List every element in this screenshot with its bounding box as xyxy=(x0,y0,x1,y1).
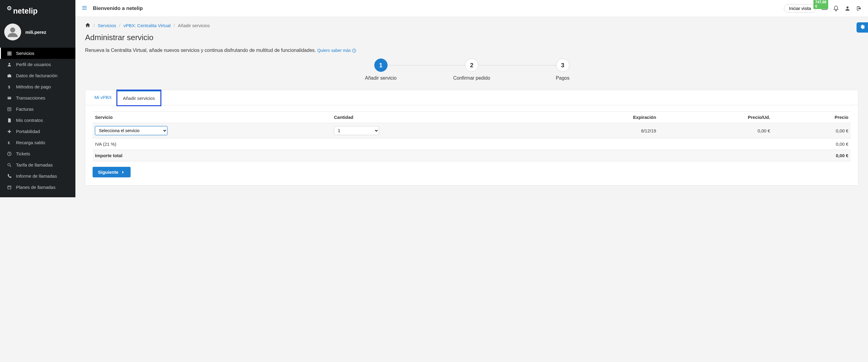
svg-point-27 xyxy=(8,163,10,165)
svg-point-1 xyxy=(9,7,10,9)
sidebar-item-label: Métodos de pago xyxy=(16,84,51,89)
page-title: Administrar servicio xyxy=(85,33,858,42)
notifications-icon[interactable] xyxy=(833,5,839,11)
euro-icon: € xyxy=(6,140,12,145)
svg-line-28 xyxy=(10,165,11,167)
tab-anadir-servicios[interactable]: Añadir servicios xyxy=(117,90,161,105)
sidebar-item-planes[interactable]: Planes de llamadas xyxy=(0,182,75,193)
total-label: Importe total xyxy=(93,150,773,161)
svg-rect-9 xyxy=(10,53,11,54)
floating-settings-button[interactable] xyxy=(857,22,868,33)
step-label: Confirmar pedido xyxy=(453,76,490,81)
iva-label: IVA (21 %) xyxy=(93,139,773,150)
sidebar-item-portabilidad[interactable]: Portabilidad xyxy=(0,126,75,137)
svg-text:?: ? xyxy=(353,50,355,52)
step-2: 2 Confirmar pedido xyxy=(427,59,517,81)
dollar-icon: $ xyxy=(6,85,12,89)
username: mili.perez xyxy=(25,30,46,35)
page-intro: Renueva la Centralita Virtual, añade nue… xyxy=(85,48,858,53)
card-icon xyxy=(6,96,12,100)
balance-badge: 747,68 € xyxy=(813,0,828,9)
svg-point-13 xyxy=(8,63,10,64)
help-icon: ? xyxy=(6,151,12,156)
svg-rect-11 xyxy=(9,54,10,55)
th-servicio: Servicio xyxy=(93,112,332,123)
sidebar-item-label: Tarifa de llamadas xyxy=(16,162,53,168)
briefcase-icon xyxy=(6,73,12,78)
list-icon xyxy=(6,107,12,112)
svg-text:netelip: netelip xyxy=(13,7,37,15)
breadcrumb-link-vpbx[interactable]: vPBX: Centralita Virtual xyxy=(123,23,170,28)
user-icon xyxy=(6,62,12,67)
services-table: Servicio Cantidad Expiración Precio/Ud. … xyxy=(93,111,851,161)
breadcrumb-current: Añadir servicios xyxy=(178,23,210,28)
balance-card[interactable]: 747,68 € xyxy=(822,5,828,12)
sidebar-item-facturas[interactable]: Facturas xyxy=(0,103,75,115)
total-row: Importe total 0,00 € xyxy=(93,150,851,161)
tab-mi-vpbx[interactable]: Mi vPBX xyxy=(89,90,117,105)
svg-rect-12 xyxy=(10,54,11,55)
sidebar-item-label: Mis contratos xyxy=(16,118,43,123)
sidebar-item-label: Perfil de usuarios xyxy=(16,62,51,67)
iva-value: 0,00 € xyxy=(773,139,851,150)
total-value: 0,00 € xyxy=(773,150,851,161)
step-number: 3 xyxy=(556,59,569,72)
quantity-select[interactable]: 1 xyxy=(334,126,379,135)
learn-more-link[interactable]: Quiero saber más ? xyxy=(317,48,356,53)
svg-rect-33 xyxy=(82,9,87,10)
phone-icon xyxy=(6,174,12,179)
sidebar-item-label: Portabilidad xyxy=(16,129,40,134)
sidebar-item-contratos[interactable]: Mis contratos xyxy=(0,115,75,126)
step-number: 2 xyxy=(465,59,478,72)
th-cantidad: Cantidad xyxy=(332,112,541,123)
plus-icon xyxy=(6,129,12,134)
sidebar-item-label: Planes de llamadas xyxy=(16,185,56,190)
menu-toggle-icon[interactable] xyxy=(82,5,88,12)
cell-precio-ud: 0,00 € xyxy=(659,123,773,139)
svg-rect-31 xyxy=(82,6,87,7)
sidebar-item-label: Informe de llamadas xyxy=(16,174,57,179)
home-icon[interactable] xyxy=(85,22,91,29)
sidebar-item-label: Tickets xyxy=(16,151,30,156)
th-precio: Precio xyxy=(773,112,851,123)
service-select[interactable]: Selecciona el servicio xyxy=(95,126,167,135)
step-3: 3 Pagos xyxy=(518,59,608,81)
sidebar-item-servicios[interactable]: Servicios xyxy=(0,48,75,59)
step-label: Pagos xyxy=(556,76,569,81)
sidebar-item-recarga[interactable]: €Recarga saldo xyxy=(0,137,75,148)
sidebar-item-tickets[interactable]: ?Tickets xyxy=(0,148,75,159)
user-menu-icon[interactable] xyxy=(844,5,850,11)
sidebar-item-transacciones[interactable]: Transacciones xyxy=(0,92,75,103)
user-box[interactable]: mili.perez xyxy=(0,19,75,46)
svg-rect-8 xyxy=(9,53,10,54)
sidebar-item-perfil[interactable]: Perfil de usuarios xyxy=(0,59,75,70)
svg-rect-32 xyxy=(82,7,87,8)
chevron-right-icon xyxy=(121,170,125,174)
gear-icon xyxy=(860,24,865,30)
avatar xyxy=(4,24,21,40)
breadcrumb-link-servicios[interactable]: Servicios xyxy=(98,23,116,28)
sidebar-item-informe[interactable]: Informe de llamadas xyxy=(0,171,75,182)
sidebar-item-tarifa[interactable]: Tarifa de llamadas xyxy=(0,159,75,171)
step-label: Añadir servicio xyxy=(365,76,397,81)
sidebar-item-metodos-pago[interactable]: $Métodos de pago xyxy=(0,81,75,92)
svg-rect-14 xyxy=(7,74,11,77)
panel: Mi vPBX Añadir servicios Servicio Cantid… xyxy=(85,90,858,185)
svg-text:?: ? xyxy=(9,152,10,155)
sidebar-item-facturacion[interactable]: Datos de facturación xyxy=(0,70,75,81)
iva-row: IVA (21 %) 0,00 € xyxy=(93,139,851,150)
svg-rect-29 xyxy=(8,186,11,189)
svg-rect-4 xyxy=(7,52,8,53)
start-visit-button[interactable]: Iniciar visita xyxy=(784,4,816,13)
sidebar-item-label: Transacciones xyxy=(16,95,45,100)
step-1: 1 Añadir servicio xyxy=(336,59,426,81)
next-button[interactable]: Siguiente xyxy=(93,167,131,177)
svg-rect-23 xyxy=(8,131,11,132)
sidebar: netelip mili.perez Servicios Perfil de u… xyxy=(0,0,75,197)
svg-rect-5 xyxy=(9,52,10,53)
cell-precio: 0,00 € xyxy=(773,123,851,139)
welcome-text: Bienvenido a netelip xyxy=(93,5,143,11)
calendar-icon xyxy=(6,185,12,190)
brand-logo[interactable]: netelip xyxy=(0,0,75,19)
logout-icon[interactable] xyxy=(856,5,862,11)
